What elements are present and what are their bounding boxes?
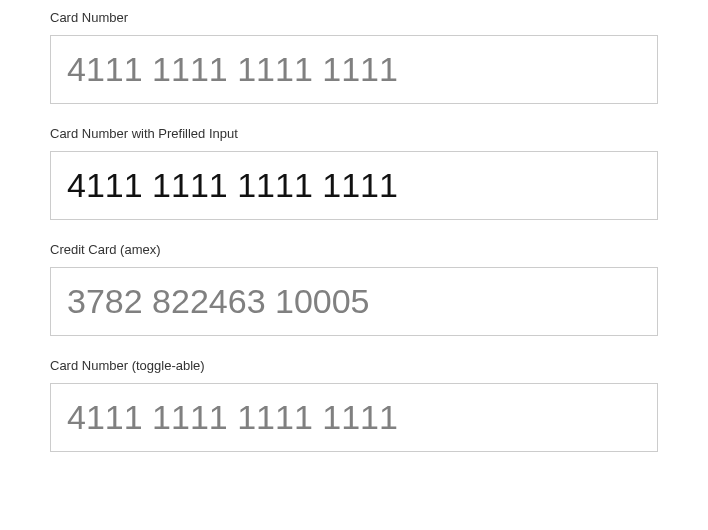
card-number-prefilled-field: Card Number with Prefilled Input: [50, 126, 658, 220]
card-number-toggleable-field: Card Number (toggle-able): [50, 358, 658, 452]
credit-card-amex-input[interactable]: [50, 267, 658, 336]
card-number-input[interactable]: [50, 35, 658, 104]
card-number-label: Card Number: [50, 10, 658, 25]
credit-card-amex-label: Credit Card (amex): [50, 242, 658, 257]
card-number-prefilled-input[interactable]: [50, 151, 658, 220]
card-number-toggleable-label: Card Number (toggle-able): [50, 358, 658, 373]
card-number-toggleable-input[interactable]: [50, 383, 658, 452]
card-number-prefilled-label: Card Number with Prefilled Input: [50, 126, 658, 141]
card-number-field: Card Number: [50, 10, 658, 104]
credit-card-amex-field: Credit Card (amex): [50, 242, 658, 336]
